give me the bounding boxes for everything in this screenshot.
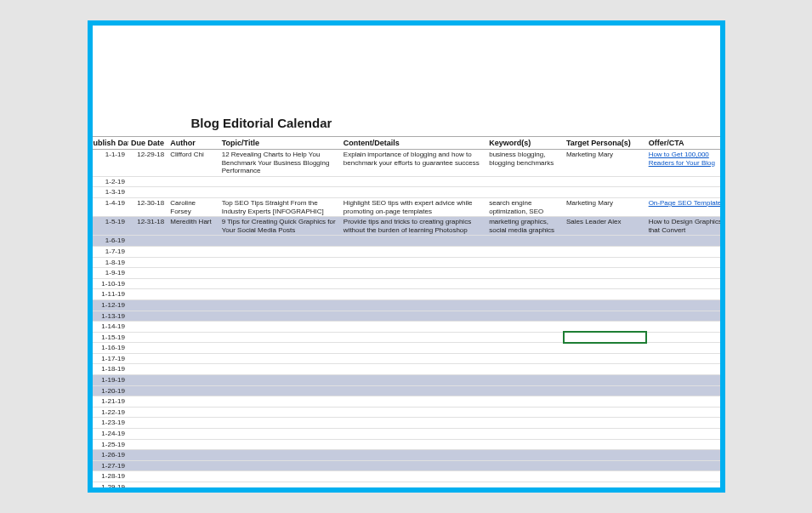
cell-due[interactable] — [128, 176, 168, 187]
cell-due[interactable]: 12-30-18 — [128, 197, 168, 216]
cell-topic[interactable] — [219, 289, 341, 300]
cell-topic[interactable] — [219, 257, 341, 268]
cell-persona[interactable] — [564, 364, 646, 375]
cell-offer[interactable]: How to Design Graphics that Convert — [646, 217, 720, 236]
cell-due[interactable] — [128, 236, 168, 247]
cell-topic[interactable] — [219, 311, 341, 322]
cell-author[interactable]: Caroline Forsey — [168, 197, 219, 216]
cell-due[interactable] — [128, 332, 168, 343]
cell-publish[interactable]: 1-4-19 — [93, 197, 128, 216]
cell-persona[interactable] — [564, 471, 646, 482]
cell-due[interactable] — [128, 246, 168, 257]
cell-offer[interactable] — [646, 418, 720, 429]
cell-publish[interactable]: 1-22-19 — [93, 407, 128, 418]
cell-content[interactable] — [341, 278, 486, 289]
header-offer[interactable]: Offer/CTA — [646, 137, 720, 150]
cell-offer[interactable] — [646, 375, 720, 386]
cell-keyword[interactable]: marketing graphics, social media graphic… — [486, 217, 564, 236]
cell-topic[interactable] — [219, 407, 341, 418]
cell-keyword[interactable] — [486, 460, 564, 471]
cell-persona[interactable] — [564, 375, 646, 386]
cell-due[interactable] — [128, 450, 168, 461]
cell-persona[interactable] — [564, 396, 646, 408]
cell-offer[interactable] — [646, 187, 720, 198]
cell-persona[interactable] — [564, 278, 646, 289]
cell-publish[interactable]: 1-18-19 — [93, 364, 128, 375]
cell-content[interactable] — [341, 460, 486, 471]
cell-author[interactable] — [168, 450, 219, 461]
cell-topic[interactable] — [219, 246, 341, 257]
cell-offer[interactable] — [646, 460, 720, 471]
cell-content[interactable] — [341, 343, 486, 354]
cell-publish[interactable]: 1-12-19 — [93, 299, 128, 311]
cell-keyword[interactable] — [486, 482, 564, 488]
cell-due[interactable] — [128, 353, 168, 364]
cell-author[interactable] — [168, 176, 219, 187]
cell-topic[interactable] — [219, 278, 341, 289]
cell-topic[interactable]: 12 Revealing Charts to Help You Benchmar… — [219, 150, 341, 177]
cell-publish[interactable]: 1-16-19 — [93, 343, 128, 354]
cell-due[interactable] — [128, 418, 168, 429]
cell-persona[interactable] — [564, 299, 646, 311]
cell-author[interactable] — [168, 407, 219, 418]
cell-topic[interactable] — [219, 418, 341, 429]
cell-publish[interactable]: 1-9-19 — [93, 268, 128, 279]
cell-author[interactable] — [168, 343, 219, 354]
cell-content[interactable] — [341, 385, 486, 396]
cell-due[interactable] — [128, 278, 168, 289]
cell-content[interactable] — [341, 418, 486, 429]
cell-keyword[interactable] — [486, 268, 564, 279]
spreadsheet-viewport[interactable]: Blog Editorial Calendar Publish Date Due… — [93, 26, 720, 487]
cell-publish[interactable]: 1-13-19 — [93, 311, 128, 322]
cell-keyword[interactable] — [486, 471, 564, 482]
cell-keyword[interactable] — [486, 322, 564, 333]
cell-topic[interactable] — [219, 364, 341, 375]
cell-author[interactable] — [168, 236, 219, 247]
header-content[interactable]: Content/Details — [341, 137, 486, 150]
cell-persona[interactable] — [564, 385, 646, 396]
cell-persona[interactable] — [564, 353, 646, 364]
cell-due[interactable] — [128, 257, 168, 268]
cell-content[interactable] — [341, 322, 486, 333]
cell-offer[interactable] — [646, 343, 720, 354]
cell-content[interactable] — [341, 268, 486, 279]
cell-due[interactable] — [128, 439, 168, 450]
cell-persona[interactable] — [564, 482, 646, 488]
cell-due[interactable] — [128, 289, 168, 300]
cell-author[interactable]: Clifford Chi — [168, 150, 219, 177]
cell-keyword[interactable] — [486, 407, 564, 418]
cell-topic[interactable] — [219, 396, 341, 408]
cell-topic[interactable] — [219, 322, 341, 333]
cell-keyword[interactable] — [486, 246, 564, 257]
cell-publish[interactable]: 1-3-19 — [93, 187, 128, 198]
cell-content[interactable] — [341, 187, 486, 198]
cell-author[interactable] — [168, 289, 219, 300]
cell-due[interactable] — [128, 396, 168, 408]
cell-author[interactable] — [168, 278, 219, 289]
cell-persona[interactable] — [564, 332, 646, 343]
cell-keyword[interactable] — [486, 375, 564, 386]
cell-topic[interactable] — [219, 482, 341, 488]
cell-topic[interactable] — [219, 268, 341, 279]
cell-content[interactable] — [341, 471, 486, 482]
cell-content[interactable] — [341, 332, 486, 343]
cell-keyword[interactable] — [486, 396, 564, 408]
cell-publish[interactable]: 1-14-19 — [93, 322, 128, 333]
cell-publish[interactable]: 1-15-19 — [93, 332, 128, 343]
cell-author[interactable] — [168, 418, 219, 429]
cell-due[interactable] — [128, 299, 168, 311]
cell-author[interactable] — [168, 311, 219, 322]
cell-persona[interactable] — [564, 311, 646, 322]
cell-offer[interactable] — [646, 257, 720, 268]
cell-content[interactable] — [341, 429, 486, 440]
cell-publish[interactable]: 1-27-19 — [93, 460, 128, 471]
cell-author[interactable] — [168, 439, 219, 450]
cell-content[interactable] — [341, 257, 486, 268]
header-persona[interactable]: Target Persona(s) — [564, 137, 646, 150]
cell-content[interactable] — [341, 176, 486, 187]
cell-content[interactable] — [341, 396, 486, 408]
cell-publish[interactable]: 1-25-19 — [93, 439, 128, 450]
cell-keyword[interactable] — [486, 176, 564, 187]
cell-author[interactable] — [168, 353, 219, 364]
cell-author[interactable] — [168, 322, 219, 333]
